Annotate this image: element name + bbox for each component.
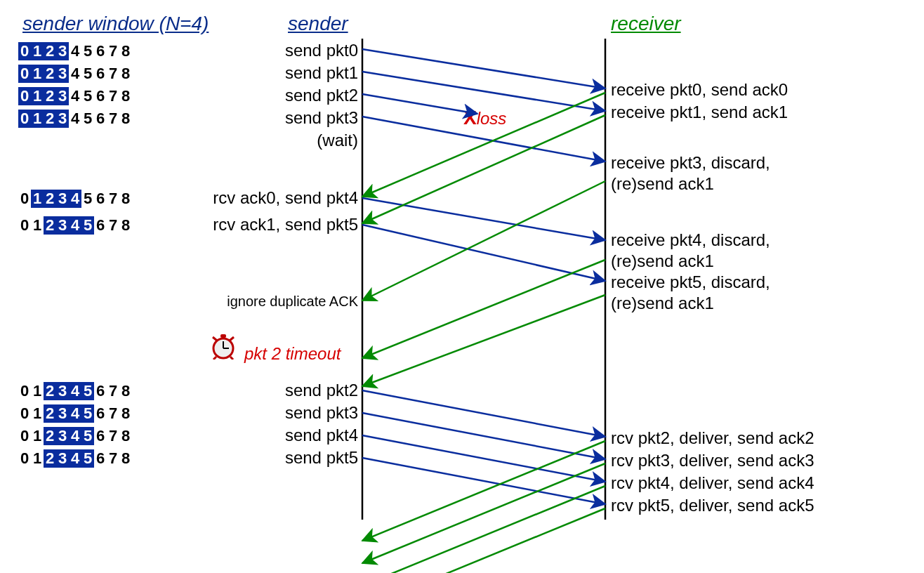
window-cell: 5 <box>81 42 94 60</box>
window-cell: 6 <box>94 42 107 60</box>
window-cell: 7 <box>107 427 119 445</box>
receiver-event: rcv pkt2, deliver, send ack2 <box>611 428 814 448</box>
window-cell: 1 <box>31 449 44 468</box>
window-cell: 4 <box>69 449 81 468</box>
window-cell: 7 <box>107 382 119 400</box>
window-cell: 7 <box>107 42 119 60</box>
window-cell: 3 <box>56 87 69 105</box>
receiver-event: receive pkt3, discard, <box>611 153 770 173</box>
window-cell: 2 <box>44 404 56 423</box>
window-cell: 3 <box>56 382 69 400</box>
window-cell: 1 <box>31 110 44 128</box>
window-cell: 4 <box>69 42 81 60</box>
window-cell: 1 <box>31 382 44 400</box>
window-row: 012345678 <box>18 65 132 83</box>
alarm-clock-icon <box>208 331 239 360</box>
window-cell: 3 <box>56 216 69 235</box>
svg-line-5 <box>230 337 234 341</box>
svg-line-28 <box>362 508 605 573</box>
window-cell: 2 <box>44 449 56 468</box>
window-cell: 8 <box>119 65 132 83</box>
svg-line-25 <box>362 441 605 541</box>
receiver-event: (re)send ack1 <box>611 174 714 194</box>
window-row: 012345678 <box>18 449 132 468</box>
sender-event: send pkt5 <box>285 448 358 468</box>
window-cell: 5 <box>81 404 94 423</box>
window-cell: 3 <box>56 42 69 60</box>
window-cell: 8 <box>119 190 132 208</box>
svg-line-18 <box>362 458 605 504</box>
svg-line-22 <box>362 181 605 301</box>
receiver-event: rcv pkt4, deliver, send ack4 <box>611 473 814 493</box>
window-row: 012345678 <box>18 216 132 235</box>
svg-line-26 <box>362 463 605 563</box>
window-cell: 8 <box>119 382 132 400</box>
window-cell: 2 <box>44 110 56 128</box>
window-cell: 0 <box>18 190 31 208</box>
window-cell: 0 <box>18 382 31 400</box>
window-cell: 8 <box>119 87 132 105</box>
window-cell: 4 <box>69 427 81 445</box>
window-cell: 0 <box>18 216 31 235</box>
timeout-label: pkt 2 timeout <box>244 344 341 364</box>
window-cell: 3 <box>56 404 69 423</box>
window-cell: 2 <box>44 382 56 400</box>
window-cell: 5 <box>81 449 94 468</box>
x-icon: X <box>463 107 477 129</box>
sender-event: send pkt3 <box>285 108 358 128</box>
window-cell: 7 <box>107 87 119 105</box>
window-cell: 1 <box>31 404 44 423</box>
svg-line-10 <box>362 49 605 88</box>
window-cell: 5 <box>81 190 94 208</box>
window-cell: 4 <box>69 404 81 423</box>
receiver-event: receive pkt4, discard, <box>611 230 770 250</box>
receiver-event: rcv pkt3, deliver, send ack3 <box>611 451 814 470</box>
window-cell: 3 <box>56 65 69 83</box>
window-cell: 7 <box>107 216 119 235</box>
window-cell: 6 <box>94 190 107 208</box>
window-cell: 0 <box>18 42 31 60</box>
window-cell: 4 <box>69 382 81 400</box>
window-cell: 4 <box>69 87 81 105</box>
sender-event: rcv ack1, send pkt5 <box>213 215 358 235</box>
window-cell: 6 <box>94 65 107 83</box>
receiver-event: (re)send ack1 <box>611 294 714 313</box>
window-cell: 1 <box>31 87 44 105</box>
window-cell: 1 <box>31 216 44 235</box>
sender-heading: sender <box>288 13 348 35</box>
sender-event: (wait) <box>317 131 358 150</box>
sender-event: rcv ack0, send pkt4 <box>213 188 358 208</box>
window-cell: 4 <box>69 190 81 208</box>
svg-rect-1 <box>220 334 226 338</box>
window-cell: 0 <box>18 87 31 105</box>
window-cell: 2 <box>44 216 56 235</box>
loss-marker: Xloss <box>463 107 506 129</box>
window-cell: 0 <box>18 427 31 445</box>
ignore-duplicate-ack-label: ignore duplicate ACK <box>227 294 358 310</box>
window-cell: 5 <box>81 87 94 105</box>
window-cell: 5 <box>81 65 94 83</box>
window-cell: 5 <box>81 216 94 235</box>
window-cell: 0 <box>18 65 31 83</box>
window-cell: 5 <box>81 382 94 400</box>
window-heading: sender window (N=4) <box>22 13 209 35</box>
window-cell: 0 <box>18 449 31 468</box>
receiver-event: (re)send ack1 <box>611 251 714 271</box>
sender-event: send pkt2 <box>285 381 358 400</box>
window-row: 012345678 <box>18 427 132 445</box>
sender-event: send pkt0 <box>285 41 358 60</box>
svg-line-4 <box>213 337 217 341</box>
window-cell: 6 <box>94 449 107 468</box>
window-cell: 7 <box>107 449 119 468</box>
receiver-heading: receiver <box>611 13 681 35</box>
window-row: 012345678 <box>18 382 132 400</box>
window-cell: 7 <box>107 404 119 423</box>
window-cell: 8 <box>119 449 132 468</box>
svg-line-19 <box>362 94 477 114</box>
svg-line-16 <box>362 413 605 459</box>
svg-line-24 <box>362 295 605 386</box>
receiver-event: receive pkt1, send ack1 <box>611 103 788 122</box>
window-cell: 4 <box>69 110 81 128</box>
sender-event: send pkt2 <box>285 86 358 105</box>
window-row: 012345678 <box>18 42 132 60</box>
